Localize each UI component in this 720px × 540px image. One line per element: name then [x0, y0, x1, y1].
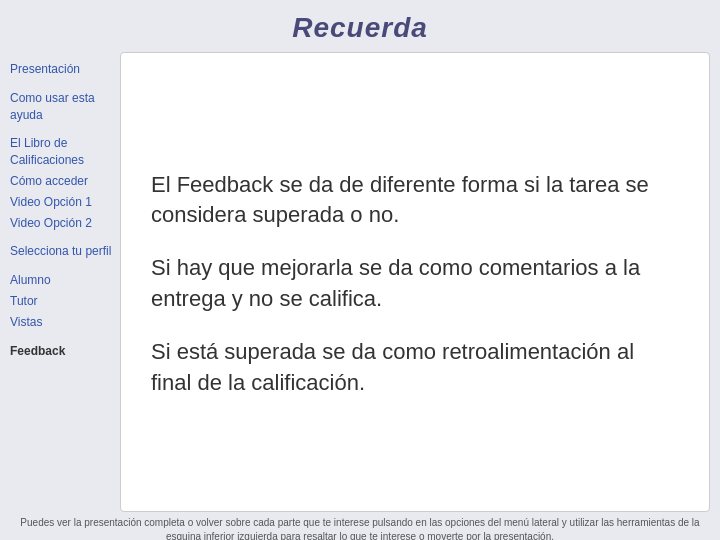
sidebar-item-video-opcion-1[interactable]: Video Opción 1	[10, 193, 112, 212]
sidebar-item-tutor[interactable]: Tutor	[10, 292, 112, 311]
sidebar-item-selecciona-perfil[interactable]: Selecciona tu perfil	[10, 242, 112, 261]
page-title: Recuerda	[0, 12, 720, 44]
sidebar: Presentación Como usar esta ayuda El Lib…	[10, 52, 120, 512]
footer-note: Puedes ver la presentación completa o vo…	[0, 512, 720, 540]
content-paragraph-1: El Feedback se da de diferente forma si …	[151, 170, 679, 232]
page-header: Recuerda	[0, 0, 720, 52]
sidebar-item-alumno[interactable]: Alumno	[10, 271, 112, 290]
sidebar-item-presentacion[interactable]: Presentación	[10, 60, 112, 79]
main-layout: Presentación Como usar esta ayuda El Lib…	[0, 52, 720, 512]
sidebar-item-feedback[interactable]: Feedback	[10, 342, 112, 361]
sidebar-item-libro-calificaciones[interactable]: El Libro de Calificaciones	[10, 134, 112, 170]
content-paragraph-3: Si está superada se da como retroaliment…	[151, 337, 679, 399]
sidebar-item-como-acceder[interactable]: Cómo acceder	[10, 172, 112, 191]
content-area: El Feedback se da de diferente forma si …	[120, 52, 710, 512]
sidebar-item-como-usar[interactable]: Como usar esta ayuda	[10, 89, 112, 125]
sidebar-item-video-opcion-2[interactable]: Video Opción 2	[10, 214, 112, 233]
content-paragraph-2: Si hay que mejorarla se da como comentar…	[151, 253, 679, 315]
sidebar-item-vistas[interactable]: Vistas	[10, 313, 112, 332]
